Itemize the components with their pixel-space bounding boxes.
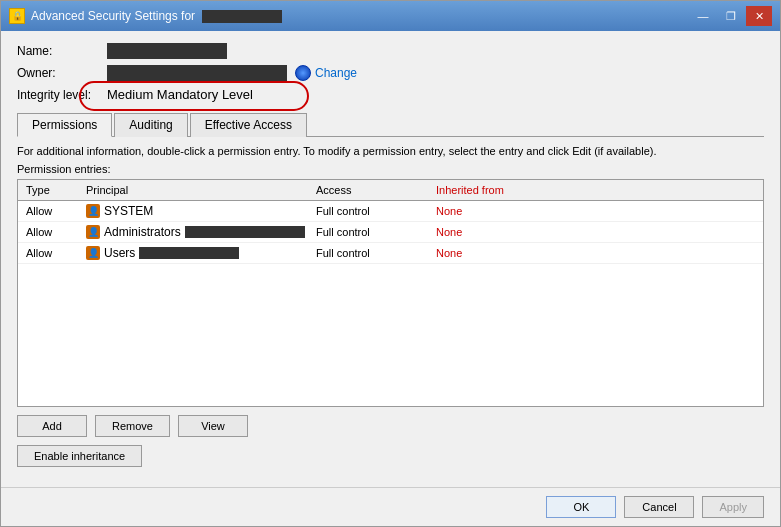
change-link[interactable]: Change: [295, 65, 357, 81]
permissions-table: Type Principal Access Inherited from All…: [17, 179, 764, 407]
user-icon-3: [86, 246, 100, 260]
restore-button[interactable]: ❐: [718, 6, 744, 26]
cell-principal-2: Administrators: [82, 224, 312, 240]
cell-access-2: Full control: [312, 225, 432, 239]
cell-inherited-1: None: [432, 204, 612, 218]
table-row[interactable]: Allow Users Full control None: [18, 243, 763, 264]
inheritance-button-row: Enable inheritance: [17, 445, 764, 467]
principal-2-redacted: [185, 226, 305, 238]
add-button[interactable]: Add: [17, 415, 87, 437]
window-icon: 🔒: [9, 8, 25, 24]
name-row: Name:: [17, 43, 764, 59]
col-inherited: Inherited from: [432, 183, 612, 197]
window-title: Advanced Security Settings for: [31, 9, 690, 23]
owner-value-redacted: [107, 65, 287, 81]
cell-principal-3: Users: [82, 245, 312, 261]
col-access: Access: [312, 183, 432, 197]
main-window: 🔒 Advanced Security Settings for — ❐ ✕ N…: [0, 0, 781, 527]
ok-button[interactable]: OK: [546, 496, 616, 518]
table-row[interactable]: Allow Administrators Full control None: [18, 222, 763, 243]
globe-icon: [295, 65, 311, 81]
cell-type-2: Allow: [22, 225, 82, 239]
action-buttons: Add Remove View: [17, 415, 764, 437]
remove-button[interactable]: Remove: [95, 415, 170, 437]
col-principal: Principal: [82, 183, 312, 197]
name-value-redacted: [107, 43, 227, 59]
principal-3-redacted: [139, 247, 239, 259]
integrity-value: Medium Mandatory Level: [107, 87, 253, 102]
name-label: Name:: [17, 44, 107, 58]
cell-inherited-2: None: [432, 225, 612, 239]
cell-type-3: Allow: [22, 246, 82, 260]
tab-auditing[interactable]: Auditing: [114, 113, 187, 137]
apply-button[interactable]: Apply: [702, 496, 764, 518]
table-header: Type Principal Access Inherited from: [18, 180, 763, 201]
info-text: For additional information, double-click…: [17, 145, 764, 157]
col-type: Type: [22, 183, 82, 197]
cancel-button[interactable]: Cancel: [624, 496, 694, 518]
cell-type-1: Allow: [22, 204, 82, 218]
window-controls: — ❐ ✕: [690, 6, 772, 26]
enable-inheritance-button[interactable]: Enable inheritance: [17, 445, 142, 467]
cell-access-1: Full control: [312, 204, 432, 218]
owner-row: Owner: Change: [17, 65, 764, 81]
title-redacted: [202, 10, 282, 23]
user-icon-2: [86, 225, 100, 239]
dialog-content: Name: Owner: Change Integrity level: Med…: [1, 31, 780, 487]
minimize-button[interactable]: —: [690, 6, 716, 26]
permission-entries-label: Permission entries:: [17, 163, 764, 175]
user-icon-1: [86, 204, 100, 218]
title-bar: 🔒 Advanced Security Settings for — ❐ ✕: [1, 1, 780, 31]
integrity-label: Integrity level:: [17, 88, 107, 102]
view-button[interactable]: View: [178, 415, 248, 437]
tab-permissions[interactable]: Permissions: [17, 113, 112, 137]
tab-bar: Permissions Auditing Effective Access: [17, 112, 764, 137]
cell-principal-1: SYSTEM: [82, 203, 312, 219]
integrity-row: Integrity level: Medium Mandatory Level: [17, 87, 764, 102]
cell-inherited-3: None: [432, 246, 612, 260]
owner-label: Owner:: [17, 66, 107, 80]
dialog-footer: OK Cancel Apply: [1, 487, 780, 526]
table-row[interactable]: Allow SYSTEM Full control None: [18, 201, 763, 222]
cell-access-3: Full control: [312, 246, 432, 260]
tab-effective-access[interactable]: Effective Access: [190, 113, 307, 137]
close-button[interactable]: ✕: [746, 6, 772, 26]
